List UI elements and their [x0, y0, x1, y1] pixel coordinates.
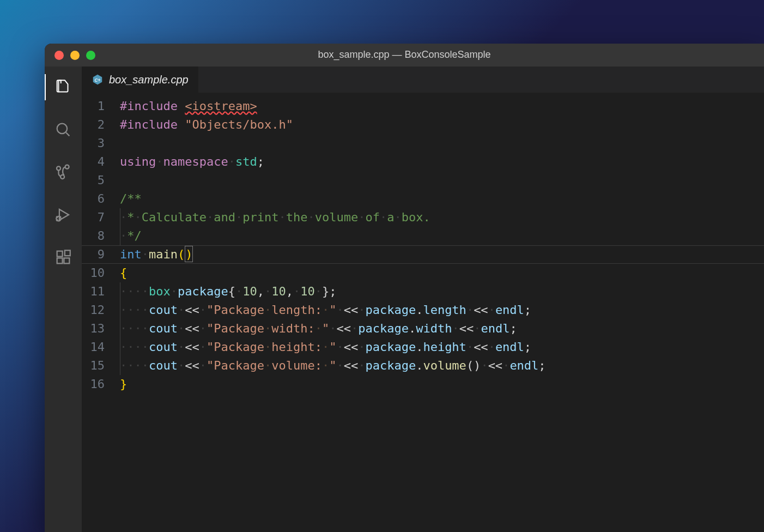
svg-rect-6 [57, 258, 63, 263]
editor-tabs: C+ box_sample.cpp [82, 66, 764, 93]
svg-point-1 [65, 165, 69, 169]
line-number: 4 [87, 153, 105, 171]
line-number: 14 [87, 338, 105, 356]
minimize-window-button[interactable] [70, 51, 80, 60]
code-content[interactable]: #include <iostream>#include "Objects/box… [120, 97, 764, 532]
line-number: 8 [87, 227, 105, 245]
files-icon [54, 78, 72, 96]
code-line[interactable]: ·*·Calculate·and·print·the·volume·of·a·b… [120, 208, 764, 227]
line-number: 16 [87, 375, 105, 394]
svg-rect-7 [64, 258, 69, 263]
editor-area: C+ box_sample.cpp 1234567891011121314151… [82, 66, 764, 532]
line-number: 11 [87, 282, 105, 301]
activity-run-debug[interactable] [52, 204, 74, 226]
tab-box-sample[interactable]: C+ box_sample.cpp [82, 66, 198, 93]
zoom-window-button[interactable] [86, 51, 95, 60]
code-line[interactable]: { [120, 264, 764, 282]
code-line[interactable]: ····cout·<<·"Package·height:·"·<<·packag… [120, 338, 764, 356]
code-area[interactable]: 12345678910111213141516 #include <iostre… [82, 93, 764, 532]
line-number: 1 [87, 97, 105, 116]
code-line[interactable]: using·namespace·std; [120, 153, 764, 171]
code-line[interactable]: } [120, 375, 764, 394]
svg-text:C+: C+ [95, 78, 101, 83]
code-line[interactable]: ····cout·<<·"Package·width:·"·<<·package… [120, 319, 764, 338]
extensions-icon [54, 248, 72, 267]
code-line[interactable]: #include <iostream> [120, 97, 764, 116]
line-number-gutter: 12345678910111213141516 [82, 97, 120, 532]
close-window-button[interactable] [54, 51, 64, 60]
line-number: 3 [87, 134, 105, 153]
vscode-window: box_sample.cpp — BoxConsoleSample [45, 44, 764, 532]
line-number: 10 [87, 264, 105, 282]
svg-point-0 [57, 124, 67, 134]
code-line[interactable]: ·*/ [120, 227, 764, 245]
svg-rect-5 [57, 251, 63, 257]
tab-filename: box_sample.cpp [109, 74, 189, 86]
svg-point-3 [60, 175, 64, 179]
activity-search[interactable] [52, 119, 74, 141]
traffic-lights [45, 51, 95, 60]
code-line[interactable]: ····box·package{·10,·10,·10·}; [120, 282, 764, 301]
code-line[interactable]: ····cout·<<·"Package·volume:·"·<<·packag… [120, 356, 764, 375]
source-control-icon [54, 163, 72, 182]
line-number: 9 [87, 245, 105, 264]
window-title: box_sample.cpp — BoxConsoleSample [45, 49, 764, 61]
cpp-file-icon: C+ [92, 74, 104, 86]
titlebar[interactable]: box_sample.cpp — BoxConsoleSample [45, 44, 764, 66]
activity-extensions[interactable] [52, 246, 74, 268]
line-number: 2 [87, 116, 105, 134]
line-number: 7 [87, 208, 105, 227]
line-number: 12 [87, 301, 105, 319]
activity-explorer[interactable] [52, 76, 74, 98]
line-number: 15 [87, 356, 105, 375]
svg-point-2 [57, 166, 60, 170]
line-number: 13 [87, 319, 105, 338]
line-number: 5 [87, 171, 105, 190]
code-line[interactable]: #include "Objects/box.h" [120, 116, 764, 134]
search-icon [54, 120, 72, 139]
activity-bar [45, 66, 82, 532]
window-body: C+ box_sample.cpp 1234567891011121314151… [45, 66, 764, 532]
code-line[interactable]: ····cout·<<·"Package·length:·"·<<·packag… [120, 301, 764, 319]
code-line[interactable]: int·main() [120, 245, 764, 264]
svg-rect-8 [65, 250, 70, 256]
line-number: 6 [87, 190, 105, 208]
code-line[interactable] [120, 171, 764, 190]
run-debug-icon [54, 205, 72, 224]
activity-scm[interactable] [52, 161, 74, 183]
code-line[interactable]: /** [120, 190, 764, 208]
code-line[interactable] [120, 134, 764, 153]
